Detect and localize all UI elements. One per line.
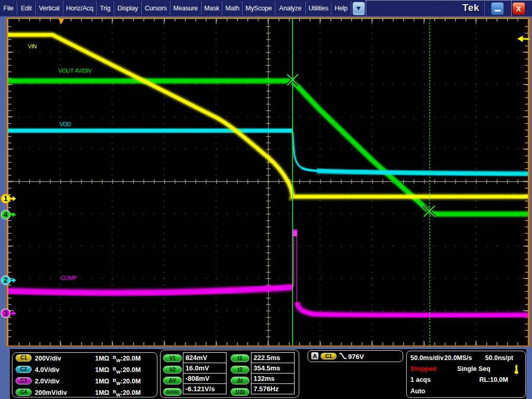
svg-text:VDD: VDD <box>60 121 71 127</box>
svg-text:4: 4 <box>4 210 8 219</box>
svg-text:COMP: COMP <box>61 275 77 281</box>
svg-text:VOUT 4V/DIV: VOUT 4V/DIV <box>59 68 92 74</box>
svg-text:1: 1 <box>4 194 8 203</box>
svg-text:3: 3 <box>4 309 8 317</box>
svg-text:2: 2 <box>4 276 8 284</box>
svg-text:VIN: VIN <box>28 43 37 49</box>
